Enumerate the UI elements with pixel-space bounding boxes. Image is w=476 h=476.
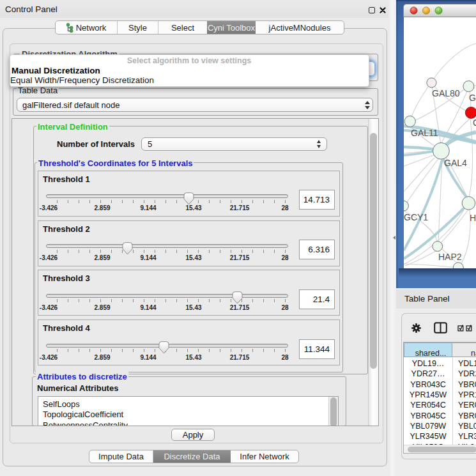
svg-text:CYC8: CYC8 xyxy=(473,118,476,128)
svg-text:HAP2: HAP2 xyxy=(438,252,462,262)
svg-text:GAL4: GAL4 xyxy=(444,158,467,168)
svg-text:GAL1: GAL1 xyxy=(469,93,476,103)
svg-text:GCY1: GCY1 xyxy=(404,212,428,222)
svg-text:HIS4: HIS4 xyxy=(470,213,476,223)
svg-text:GAL80: GAL80 xyxy=(432,88,460,98)
svg-text:GAL11: GAL11 xyxy=(411,128,438,138)
